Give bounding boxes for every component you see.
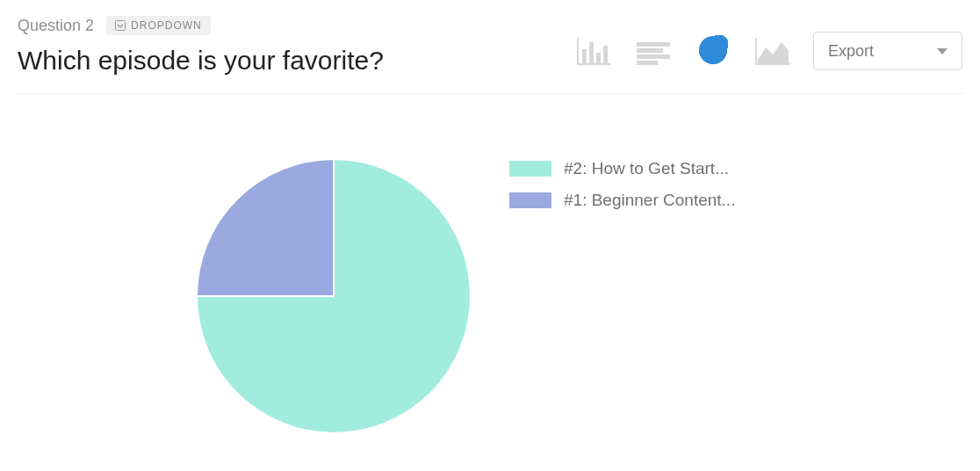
legend-label: #1: Beginner Content... [564, 191, 735, 210]
tab-pie-chart[interactable] [695, 37, 731, 65]
tab-area-chart[interactable] [755, 37, 790, 65]
header-left: Question 2 DROPDOWN Which episode is you… [18, 16, 384, 76]
pie-chart-icon [698, 35, 728, 65]
svg-rect-3 [582, 49, 587, 63]
question-number: Question 2 [18, 17, 94, 35]
tab-horizontal-bar[interactable] [636, 37, 671, 65]
pie-slice[interactable] [197, 159, 334, 296]
dropdown-icon [115, 20, 126, 31]
export-label: Export [828, 42, 874, 61]
svg-rect-7 [637, 42, 670, 47]
export-dropdown[interactable]: Export [813, 32, 962, 70]
question-type-label: DROPDOWN [131, 19, 202, 32]
question-header: Question 2 DROPDOWN Which episode is you… [18, 16, 962, 76]
legend: #2: How to Get Start...#1: Beginner Cont… [509, 156, 735, 210]
area-chart-icon [755, 39, 790, 65]
legend-item[interactable]: #2: How to Get Start... [509, 159, 735, 178]
question-title: Which episode is your favorite? [18, 46, 384, 76]
bar-chart-icon [577, 39, 610, 65]
question-meta: Question 2 DROPDOWN [18, 16, 384, 35]
chevron-down-icon [937, 48, 948, 54]
svg-rect-8 [637, 48, 663, 53]
pie-chart [193, 156, 474, 437]
chart-type-tabs [576, 37, 790, 65]
header-right: Export [576, 16, 962, 70]
svg-rect-9 [637, 54, 670, 59]
svg-rect-5 [596, 53, 601, 63]
question-type-badge: DROPDOWN [106, 16, 211, 35]
list-icon [637, 42, 670, 65]
legend-swatch [509, 161, 551, 177]
svg-rect-4 [589, 42, 594, 63]
svg-rect-10 [637, 61, 658, 65]
legend-item[interactable]: #1: Beginner Content... [509, 191, 735, 210]
tab-bar-chart[interactable] [576, 37, 611, 65]
legend-label: #2: How to Get Start... [564, 159, 729, 178]
svg-rect-6 [603, 46, 608, 63]
svg-rect-0 [116, 21, 126, 31]
chart-area: #2: How to Get Start...#1: Beginner Cont… [18, 94, 962, 437]
legend-swatch [509, 192, 551, 208]
